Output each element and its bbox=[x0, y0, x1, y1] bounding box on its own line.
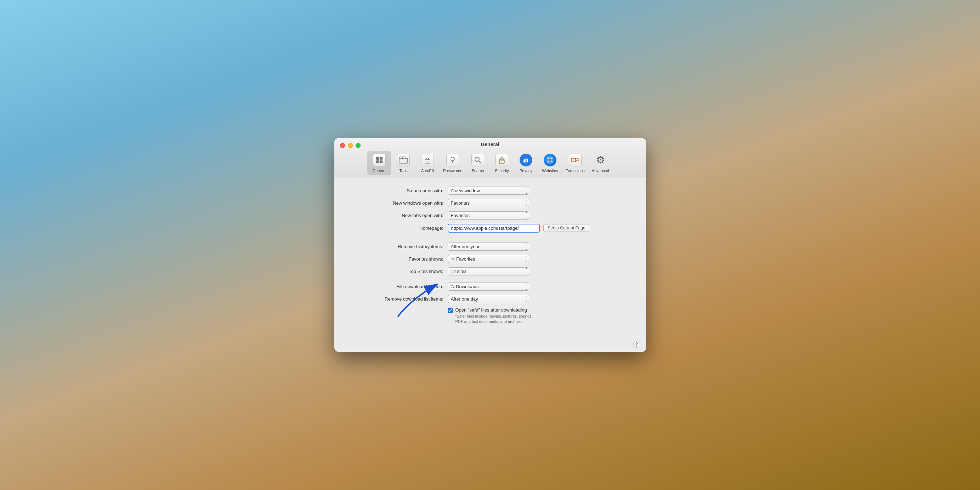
safari-opens-select-wrapper: A new window A new private window All wi… bbox=[448, 186, 529, 195]
svg-rect-2 bbox=[376, 161, 379, 163]
file-download-select-wrapper: 🗂 Downloads Desktop Ask for each downloa… bbox=[448, 283, 529, 291]
extensions-icon bbox=[568, 153, 582, 167]
svg-rect-1 bbox=[380, 157, 382, 160]
new-windows-select[interactable]: Favorites Homepage Empty Page bbox=[448, 199, 529, 207]
svg-rect-0 bbox=[376, 157, 379, 160]
toolbar-label-extensions: Extensions bbox=[566, 169, 585, 173]
main-content: Safari opens with: A new window A new pr… bbox=[334, 178, 646, 335]
svg-rect-19 bbox=[523, 160, 525, 162]
new-windows-select-wrapper: Favorites Homepage Empty Page bbox=[448, 199, 529, 207]
maximize-button[interactable] bbox=[356, 143, 361, 148]
remove-history-control: After one year After one month After one… bbox=[448, 242, 632, 251]
remove-download-label: Remove download list items: bbox=[348, 296, 448, 302]
file-download-label: File download location: bbox=[348, 284, 448, 289]
favorites-shows-select[interactable]: ☆ Favorites Bookmarks Bar bbox=[448, 255, 529, 263]
remove-download-control: After one day Manually When Safari quits… bbox=[448, 295, 632, 303]
new-tabs-select-wrapper: Favorites Homepage Empty Page bbox=[448, 212, 529, 220]
open-safe-files-text: Open "safe" files after downloading "Saf… bbox=[455, 307, 537, 325]
set-current-page-button[interactable]: Set to Current Page bbox=[543, 224, 590, 232]
homepage-row: Homepage: Set to Current Page bbox=[348, 224, 632, 232]
remove-download-select-wrapper: After one day Manually When Safari quits… bbox=[448, 295, 529, 303]
open-safe-files-checkbox[interactable] bbox=[448, 308, 453, 313]
toolbar-item-tabs[interactable]: Tabs bbox=[391, 151, 415, 175]
homepage-label: Homepage: bbox=[348, 226, 448, 231]
top-sites-row: Top Sites shows: 6 sites 12 sites 24 sit… bbox=[348, 267, 632, 275]
toolbar-label-autofill: AutoFill bbox=[421, 169, 434, 173]
safari-opens-row: Safari opens with: A new window A new pr… bbox=[348, 186, 632, 195]
top-sites-label: Top Sites shows: bbox=[348, 269, 448, 274]
svg-rect-25 bbox=[571, 158, 576, 162]
toolbar-item-general[interactable]: General bbox=[367, 151, 391, 175]
bottom-bar: ? bbox=[334, 335, 646, 352]
favorites-shows-label: Favorites shows: bbox=[348, 256, 448, 262]
privacy-icon bbox=[519, 153, 533, 167]
top-sites-select[interactable]: 6 sites 12 sites 24 sites bbox=[448, 267, 529, 275]
new-windows-label: New windows open with: bbox=[348, 200, 448, 206]
general-icon bbox=[372, 153, 387, 167]
new-tabs-select[interactable]: Favorites Homepage Empty Page bbox=[448, 212, 529, 220]
toolbar-item-security[interactable]: Security bbox=[490, 151, 514, 175]
remove-download-row: Remove download list items: After one da… bbox=[348, 295, 632, 303]
preferences-window: General General bbox=[334, 138, 646, 352]
homepage-input[interactable] bbox=[448, 224, 540, 232]
window-title: General bbox=[480, 142, 499, 147]
close-button[interactable] bbox=[340, 143, 345, 148]
toolbar-item-advanced[interactable]: ⚙ Advanced bbox=[588, 151, 613, 175]
favorites-shows-select-wrapper: ☆ Favorites Bookmarks Bar bbox=[448, 255, 529, 263]
svg-point-10 bbox=[451, 157, 454, 161]
minimize-button[interactable] bbox=[348, 143, 353, 148]
safari-opens-select[interactable]: A new window A new private window All wi… bbox=[448, 186, 529, 195]
autofill-icon bbox=[420, 153, 434, 167]
toolbar-item-websites[interactable]: Websites bbox=[538, 151, 562, 175]
toolbar-item-privacy[interactable]: Privacy bbox=[514, 151, 538, 175]
toolbar-item-autofill[interactable]: AutoFill bbox=[415, 151, 439, 175]
help-button[interactable]: ? bbox=[633, 340, 640, 348]
title-bar: General General bbox=[334, 138, 646, 178]
toolbar-label-privacy: Privacy bbox=[520, 169, 532, 173]
toolbar-label-general: General bbox=[372, 169, 387, 173]
homepage-control: Set to Current Page bbox=[448, 224, 632, 232]
file-download-control: 🗂 Downloads Desktop Ask for each downloa… bbox=[448, 283, 632, 291]
svg-rect-3 bbox=[380, 161, 382, 163]
open-safe-files-section: Open "safe" files after downloading "Saf… bbox=[448, 307, 632, 325]
top-sites-select-wrapper: 6 sites 12 sites 24 sites bbox=[448, 267, 529, 275]
new-tabs-row: New tabs open with: Favorites Homepage E… bbox=[348, 212, 632, 220]
new-windows-control: Favorites Homepage Empty Page bbox=[448, 199, 632, 207]
remove-history-row: Remove history items: After one year Aft… bbox=[348, 242, 632, 251]
new-tabs-control: Favorites Homepage Empty Page bbox=[448, 212, 632, 220]
toolbar-label-passwords: Passwords bbox=[443, 169, 462, 173]
websites-icon bbox=[543, 153, 557, 167]
remove-history-label: Remove history items: bbox=[348, 244, 448, 249]
svg-rect-18 bbox=[527, 159, 528, 162]
toolbar-label-advanced: Advanced bbox=[592, 169, 609, 173]
remove-history-select-wrapper: After one year After one month After one… bbox=[448, 242, 529, 251]
favorites-shows-control: ☆ Favorites Bookmarks Bar bbox=[448, 255, 632, 263]
svg-rect-17 bbox=[526, 158, 527, 162]
svg-rect-6 bbox=[402, 157, 405, 159]
toolbar-item-search[interactable]: Search bbox=[466, 151, 490, 175]
remove-download-select[interactable]: After one day Manually When Safari quits… bbox=[448, 295, 529, 303]
search-icon bbox=[471, 153, 485, 167]
toolbar-item-passwords[interactable]: Passwords bbox=[439, 151, 466, 175]
new-windows-row: New windows open with: Favorites Homepag… bbox=[348, 199, 632, 207]
toolbar-label-websites: Websites bbox=[542, 169, 558, 173]
svg-rect-5 bbox=[399, 157, 402, 159]
toolbar-label-search: Search bbox=[472, 169, 484, 173]
favorites-shows-row: Favorites shows: ☆ Favorites Bookmarks B… bbox=[348, 255, 632, 263]
passwords-icon bbox=[445, 153, 460, 167]
safari-opens-control: A new window A new private window All wi… bbox=[448, 186, 632, 195]
top-sites-control: 6 sites 12 sites 24 sites bbox=[448, 267, 632, 275]
new-tabs-label: New tabs open with: bbox=[348, 213, 448, 218]
file-download-select[interactable]: 🗂 Downloads Desktop Ask for each downloa… bbox=[448, 283, 529, 291]
svg-line-12 bbox=[479, 161, 481, 163]
open-safe-files-description: "Safe" files include movies, pictures, s… bbox=[455, 314, 537, 325]
toolbar: General Tabs bbox=[364, 151, 616, 175]
toolbar-label-security: Security bbox=[495, 169, 509, 173]
security-icon bbox=[495, 153, 509, 167]
remove-history-select[interactable]: After one year After one month After one… bbox=[448, 242, 529, 251]
tabs-icon bbox=[396, 153, 410, 167]
file-download-row: File download location: 🗂 Downloads Desk… bbox=[348, 283, 632, 291]
open-safe-files-label[interactable]: Open "safe" files after downloading bbox=[455, 307, 537, 313]
spacer-1 bbox=[348, 237, 632, 242]
toolbar-item-extensions[interactable]: Extensions bbox=[562, 151, 588, 175]
